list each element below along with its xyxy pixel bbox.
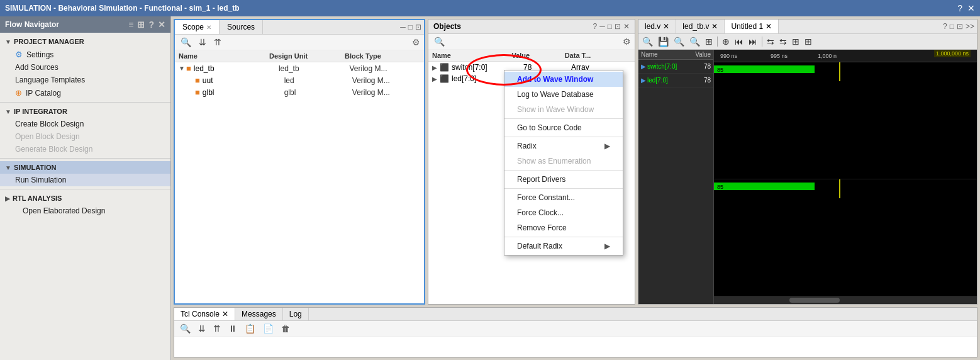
objects-maximize-icon[interactable]: □ <box>608 22 612 31</box>
nav-item-settings[interactable]: ⚙ Settings <box>0 48 170 61</box>
chevron-down-icon: ▼ <box>5 38 11 45</box>
help-button[interactable]: ? <box>957 3 962 13</box>
nav-item-open-elaborated-design[interactable]: Open Elaborated Design <box>0 205 170 217</box>
wave-zoom-in-btn[interactable]: 🔍 <box>672 36 686 47</box>
console-expand-btn[interactable]: ⇈ <box>211 323 223 334</box>
wave-more-icon[interactable]: >> <box>966 22 974 31</box>
tab-untitled-1-close[interactable]: ✕ <box>766 22 772 31</box>
nav-item-ip-catalog[interactable]: ⊕ IP Catalog <box>0 86 170 99</box>
section-ip-integrator[interactable]: ▼ IP INTEGRATOR <box>0 105 170 118</box>
ctx-item-remove-force[interactable]: Remove Force <box>504 220 623 235</box>
tab-label-led-tb-v: led_tb.v <box>682 22 709 31</box>
tab-log[interactable]: Log <box>283 308 309 320</box>
bottom-tabs: Tcl Console ✕ Messages Log <box>174 308 977 321</box>
scope-expand-btn[interactable]: ⇈ <box>212 37 223 48</box>
table-row[interactable]: ■ uut led Verilog M... <box>175 74 424 86</box>
ctx-label-show-in-wave: Show in Wave Window <box>517 105 594 114</box>
tab-tcl-close[interactable]: ✕ <box>222 310 228 318</box>
time-label-990: 990 ns <box>720 53 737 59</box>
ctx-item-default-radix[interactable]: Default Radix ▶ <box>504 239 623 254</box>
nav-restore-icon[interactable]: ⊞ <box>137 20 145 30</box>
wave-minimize-icon[interactable]: □ <box>950 22 954 31</box>
wave-scrollbar-thumb[interactable] <box>789 298 840 303</box>
wave-expand-icon[interactable]: ⊡ <box>957 22 963 31</box>
chevron-right-icon: ▶ <box>5 195 10 202</box>
tab-untitled-1[interactable]: Untitled 1 ✕ <box>725 20 779 33</box>
expand-icon[interactable]: ⊡ <box>415 23 421 31</box>
nav-item-add-sources[interactable]: Add Sources <box>0 61 170 74</box>
ctx-item-force-constant[interactable]: Force Constant... <box>504 190 623 205</box>
scope-collapse-all-btn[interactable]: ⇊ <box>197 37 208 48</box>
objects-search-btn[interactable]: 🔍 <box>432 36 447 47</box>
wave-signal-row-led[interactable]: ▶ led[7:0] 78 <box>638 74 713 87</box>
nav-label-ip-catalog: IP Catalog <box>26 89 61 98</box>
wave-zoom-out-btn[interactable]: 🔍 <box>688 36 701 47</box>
wave-marker3-btn[interactable]: ⊞ <box>803 36 813 47</box>
nav-pin-icon[interactable]: ≡ <box>128 20 133 30</box>
ctx-item-go-to-source[interactable]: Go to Source Code <box>504 120 623 135</box>
wave-next-edge-btn[interactable]: ⏭ <box>747 36 759 47</box>
section-label-simulation: SIMULATION <box>14 164 57 171</box>
tab-led-tb-v[interactable]: led_tb.v ✕ <box>676 20 725 33</box>
ctx-item-report-drivers[interactable]: Report Drivers <box>504 172 623 187</box>
wave-marker-btn[interactable]: ⊕ <box>721 36 731 47</box>
table-row[interactable]: ■ glbl glbl Verilog M... <box>175 86 424 98</box>
tab-led-tb-v-close[interactable]: ✕ <box>711 22 718 31</box>
ctx-item-force-clock[interactable]: Force Clock... <box>504 205 623 220</box>
console-copy-btn[interactable]: 📋 <box>243 323 257 334</box>
ctx-separator-3 <box>504 170 623 171</box>
wave-save-btn[interactable]: 💾 <box>657 36 670 47</box>
console-clear-btn[interactable]: 🗑 <box>279 323 292 334</box>
nav-close-icon[interactable]: ✕ <box>158 20 165 30</box>
tab-scope-close[interactable]: ✕ <box>206 24 211 31</box>
ctx-item-add-to-wave[interactable]: Add to Wave Window <box>504 72 623 87</box>
tab-led-v-close[interactable]: ✕ <box>663 22 669 31</box>
row-du-glbl: glbl <box>284 88 352 97</box>
scope-tabs: Scope ✕ Sources ─ □ ⊡ <box>175 20 424 35</box>
wave-search-btn[interactable]: 🔍 <box>641 36 654 47</box>
section-project-manager[interactable]: ▼ PROJECT MANAGER <box>0 35 170 48</box>
nav-item-language-templates[interactable]: Language Templates <box>0 74 170 86</box>
objects-minimize-icon[interactable]: ─ <box>599 22 605 31</box>
wave-fit-btn[interactable]: ⊞ <box>704 36 714 47</box>
wave-help-icon[interactable]: ? <box>943 22 947 31</box>
wave-swap-btn[interactable]: ⇆ <box>766 36 776 47</box>
tab-messages[interactable]: Messages <box>235 308 283 320</box>
tab-tcl-console[interactable]: Tcl Console ✕ <box>174 308 235 320</box>
tab-scope[interactable]: Scope ✕ <box>175 20 220 34</box>
close-button[interactable]: ✕ <box>967 3 975 13</box>
nav-item-open-block-design: Open Block Design <box>0 130 170 143</box>
section-simulation[interactable]: ▼ SIMULATION <box>0 161 170 174</box>
wave-prev-edge-btn[interactable]: ⏮ <box>733 36 745 47</box>
wave-signal-row-switch[interactable]: ▶ switch[7:0] 78 <box>638 60 713 74</box>
console-copy-all-btn[interactable]: 📄 <box>261 323 276 334</box>
ctx-item-radix[interactable]: Radix ▶ <box>504 138 623 154</box>
minimize-icon[interactable]: ─ <box>400 23 406 31</box>
wave-align-btn[interactable]: ⇆ <box>778 36 788 47</box>
row-bt-led-tb: Verilog M... <box>349 64 420 73</box>
objects-settings-icon[interactable]: ⚙ <box>623 37 631 47</box>
led-wave-icon: ▶ <box>641 77 646 84</box>
wave-h-scrollbar[interactable] <box>714 296 977 304</box>
nav-item-run-simulation[interactable]: Run Simulation <box>0 174 170 186</box>
console-collapse-btn[interactable]: ⇊ <box>196 323 208 334</box>
scope-search-btn[interactable]: 🔍 <box>179 37 193 48</box>
ctx-item-log-to-wave-db[interactable]: Log to Wave Database <box>504 87 623 102</box>
tab-sources[interactable]: Sources <box>220 20 263 34</box>
scope-settings-icon[interactable]: ⚙ <box>412 37 420 47</box>
row-bt-uut: Verilog M... <box>352 76 420 85</box>
table-row[interactable]: ▼ ■ led_tb led_tb Verilog M... <box>175 62 424 74</box>
objects-expand-icon[interactable]: ⊡ <box>615 22 621 31</box>
wave-marker2-btn[interactable]: ⊞ <box>791 36 801 47</box>
time-label-1000: 1,000 n <box>818 53 837 59</box>
objects-close-icon[interactable]: ✕ <box>623 22 630 31</box>
console-search-btn[interactable]: 🔍 <box>178 323 192 334</box>
nav-question-icon[interactable]: ? <box>148 20 154 30</box>
tab-led-v[interactable]: led.v ✕ <box>638 20 676 33</box>
nav-item-create-block-design[interactable]: Create Block Design <box>0 118 170 130</box>
objects-header-icons: ? ─ □ ⊡ ✕ <box>593 22 630 31</box>
section-rtl-analysis[interactable]: ▶ RTL ANALYSIS <box>0 192 170 205</box>
objects-help-icon[interactable]: ? <box>593 22 598 31</box>
maximize-icon[interactable]: □ <box>408 23 413 31</box>
console-pause-btn[interactable]: ⏸ <box>226 323 239 334</box>
